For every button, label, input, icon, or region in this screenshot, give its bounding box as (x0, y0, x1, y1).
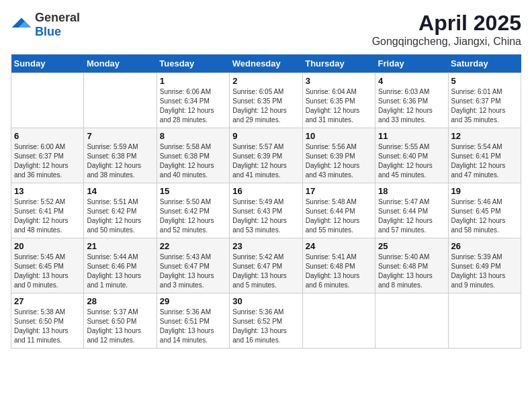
week-row-2: 6Sunrise: 6:00 AMSunset: 6:37 PMDaylight… (11, 128, 521, 183)
calendar-cell: 29Sunrise: 5:36 AMSunset: 6:51 PMDayligh… (157, 293, 229, 349)
day-info: Sunrise: 5:36 AMSunset: 6:51 PMDaylight:… (160, 308, 226, 345)
day-info: Sunrise: 6:01 AMSunset: 6:37 PMDaylight:… (451, 87, 518, 125)
calendar-cell (302, 293, 375, 349)
day-number: 25 (378, 241, 445, 251)
week-row-5: 27Sunrise: 5:38 AMSunset: 6:50 PMDayligh… (11, 293, 521, 349)
week-row-1: 1Sunrise: 6:06 AMSunset: 6:34 PMDaylight… (11, 73, 521, 128)
week-row-3: 13Sunrise: 5:52 AMSunset: 6:41 PMDayligh… (11, 183, 521, 238)
calendar-cell: 10Sunrise: 5:56 AMSunset: 6:39 PMDayligh… (302, 128, 375, 183)
calendar-cell: 23Sunrise: 5:42 AMSunset: 6:47 PMDayligh… (230, 238, 302, 293)
col-header-friday: Friday (375, 54, 448, 73)
day-number: 1 (160, 76, 226, 86)
day-info: Sunrise: 5:38 AMSunset: 6:50 PMDaylight:… (14, 308, 81, 345)
header: General Blue April 2025 Gongqingcheng, J… (11, 11, 521, 48)
col-header-tuesday: Tuesday (157, 54, 229, 73)
day-info: Sunrise: 5:42 AMSunset: 6:47 PMDaylight:… (232, 253, 299, 290)
calendar-cell: 28Sunrise: 5:37 AMSunset: 6:50 PMDayligh… (84, 293, 157, 349)
day-number: 5 (451, 76, 518, 86)
day-number: 4 (378, 76, 445, 86)
calendar-cell: 16Sunrise: 5:49 AMSunset: 6:43 PMDayligh… (230, 183, 302, 238)
day-number: 19 (451, 186, 518, 196)
calendar-cell: 9Sunrise: 5:57 AMSunset: 6:39 PMDaylight… (230, 128, 302, 183)
col-header-monday: Monday (84, 54, 157, 73)
day-number: 28 (87, 296, 153, 306)
day-info: Sunrise: 5:44 AMSunset: 6:46 PMDaylight:… (87, 253, 153, 290)
day-info: Sunrise: 6:06 AMSunset: 6:34 PMDaylight:… (160, 87, 226, 125)
day-number: 16 (232, 186, 299, 196)
calendar-cell: 2Sunrise: 6:05 AMSunset: 6:35 PMDaylight… (230, 73, 302, 128)
logo-blue-text: Blue (35, 25, 61, 38)
day-number: 9 (232, 131, 299, 141)
day-number: 6 (14, 131, 81, 141)
day-info: Sunrise: 5:36 AMSunset: 6:52 PMDaylight:… (232, 308, 299, 345)
day-info: Sunrise: 5:50 AMSunset: 6:42 PMDaylight:… (160, 197, 226, 235)
calendar-table: SundayMondayTuesdayWednesdayThursdayFrid… (11, 54, 521, 349)
calendar-cell: 21Sunrise: 5:44 AMSunset: 6:46 PMDayligh… (84, 238, 157, 293)
day-number: 22 (160, 241, 226, 251)
day-number: 7 (87, 131, 153, 141)
day-info: Sunrise: 5:40 AMSunset: 6:48 PMDaylight:… (378, 253, 445, 290)
calendar-cell: 19Sunrise: 5:46 AMSunset: 6:45 PMDayligh… (448, 183, 521, 238)
day-info: Sunrise: 5:55 AMSunset: 6:40 PMDaylight:… (378, 142, 445, 180)
calendar-cell (11, 73, 84, 128)
calendar-cell: 4Sunrise: 6:03 AMSunset: 6:36 PMDaylight… (375, 73, 448, 128)
day-number: 10 (306, 131, 372, 141)
col-header-saturday: Saturday (448, 54, 521, 73)
day-info: Sunrise: 5:43 AMSunset: 6:47 PMDaylight:… (160, 253, 226, 290)
day-info: Sunrise: 6:00 AMSunset: 6:37 PMDaylight:… (14, 142, 81, 180)
day-number: 13 (14, 186, 81, 196)
day-info: Sunrise: 5:54 AMSunset: 6:41 PMDaylight:… (451, 142, 518, 180)
calendar-cell: 8Sunrise: 5:58 AMSunset: 6:38 PMDaylight… (157, 128, 229, 183)
calendar-cell (375, 293, 448, 349)
calendar-cell: 1Sunrise: 6:06 AMSunset: 6:34 PMDaylight… (157, 73, 229, 128)
day-number: 17 (306, 186, 372, 196)
calendar-cell: 26Sunrise: 5:39 AMSunset: 6:49 PMDayligh… (448, 238, 521, 293)
day-number: 18 (378, 186, 445, 196)
day-number: 20 (14, 241, 81, 251)
month-title: April 2025 (372, 11, 521, 36)
header-row: SundayMondayTuesdayWednesdayThursdayFrid… (11, 54, 521, 73)
day-number: 26 (451, 241, 518, 251)
day-number: 21 (87, 241, 153, 251)
day-info: Sunrise: 5:56 AMSunset: 6:39 PMDaylight:… (306, 142, 372, 180)
day-info: Sunrise: 5:51 AMSunset: 6:42 PMDaylight:… (87, 197, 153, 235)
calendar-cell (84, 73, 157, 128)
day-info: Sunrise: 5:48 AMSunset: 6:44 PMDaylight:… (306, 197, 372, 235)
day-number: 15 (160, 186, 226, 196)
day-info: Sunrise: 6:05 AMSunset: 6:35 PMDaylight:… (232, 87, 299, 125)
calendar-cell: 3Sunrise: 6:04 AMSunset: 6:35 PMDaylight… (302, 73, 375, 128)
day-info: Sunrise: 5:45 AMSunset: 6:45 PMDaylight:… (14, 253, 81, 290)
day-number: 12 (451, 131, 518, 141)
calendar-cell: 18Sunrise: 5:47 AMSunset: 6:44 PMDayligh… (375, 183, 448, 238)
calendar-cell: 30Sunrise: 5:36 AMSunset: 6:52 PMDayligh… (230, 293, 302, 349)
calendar-cell: 15Sunrise: 5:50 AMSunset: 6:42 PMDayligh… (157, 183, 229, 238)
calendar-cell: 11Sunrise: 5:55 AMSunset: 6:40 PMDayligh… (375, 128, 448, 183)
day-info: Sunrise: 6:04 AMSunset: 6:35 PMDaylight:… (306, 87, 372, 125)
col-header-sunday: Sunday (11, 54, 84, 73)
day-number: 27 (14, 296, 81, 306)
calendar-cell: 27Sunrise: 5:38 AMSunset: 6:50 PMDayligh… (11, 293, 84, 349)
calendar-cell: 25Sunrise: 5:40 AMSunset: 6:48 PMDayligh… (375, 238, 448, 293)
day-info: Sunrise: 5:57 AMSunset: 6:39 PMDaylight:… (232, 142, 299, 180)
calendar-cell: 12Sunrise: 5:54 AMSunset: 6:41 PMDayligh… (448, 128, 521, 183)
day-info: Sunrise: 5:46 AMSunset: 6:45 PMDaylight:… (451, 197, 518, 235)
day-number: 3 (306, 76, 372, 86)
day-info: Sunrise: 5:58 AMSunset: 6:38 PMDaylight:… (160, 142, 226, 180)
calendar-cell (448, 293, 521, 349)
calendar-cell: 7Sunrise: 5:59 AMSunset: 6:38 PMDaylight… (84, 128, 157, 183)
day-info: Sunrise: 5:39 AMSunset: 6:49 PMDaylight:… (451, 253, 518, 290)
day-info: Sunrise: 5:49 AMSunset: 6:43 PMDaylight:… (232, 197, 299, 235)
logo-icon (11, 17, 32, 33)
day-number: 11 (378, 131, 445, 141)
day-number: 2 (232, 76, 299, 86)
calendar-cell: 17Sunrise: 5:48 AMSunset: 6:44 PMDayligh… (302, 183, 375, 238)
day-info: Sunrise: 5:52 AMSunset: 6:41 PMDaylight:… (14, 197, 81, 235)
logo: General Blue (11, 11, 80, 39)
calendar-cell: 22Sunrise: 5:43 AMSunset: 6:47 PMDayligh… (157, 238, 229, 293)
location-title: Gongqingcheng, Jiangxi, China (372, 36, 521, 48)
day-info: Sunrise: 5:37 AMSunset: 6:50 PMDaylight:… (87, 308, 153, 345)
calendar-cell: 13Sunrise: 5:52 AMSunset: 6:41 PMDayligh… (11, 183, 84, 238)
day-number: 14 (87, 186, 153, 196)
day-number: 24 (306, 241, 372, 251)
day-info: Sunrise: 5:47 AMSunset: 6:44 PMDaylight:… (378, 197, 445, 235)
